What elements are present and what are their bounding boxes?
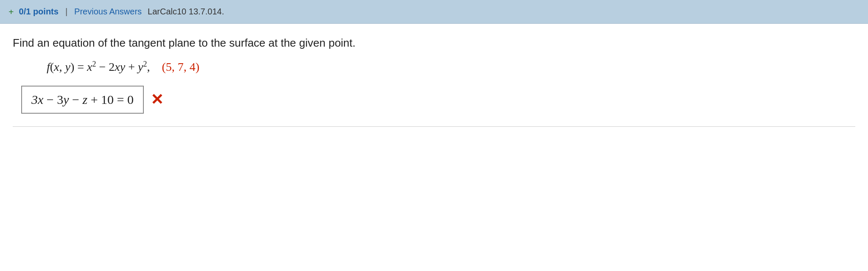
answer-box: 3x − 3y − z + 10 = 0 xyxy=(21,86,144,114)
header-bar: + 0/1 points | Previous Answers LarCalc1… xyxy=(0,0,868,24)
previous-answers-label: Previous Answers xyxy=(74,7,142,17)
plus-icon: + xyxy=(8,6,14,17)
main-content: Find an equation of the tangent plane to… xyxy=(0,24,868,135)
incorrect-mark: ✕ xyxy=(151,91,163,109)
answer-row: 3x − 3y − z + 10 = 0 ✕ xyxy=(13,86,855,114)
points-label: 0/1 points xyxy=(19,7,59,17)
bottom-divider xyxy=(13,126,855,127)
math-function: f(x, y) = x2 − 2xy + y2, (5, 7, 4) xyxy=(13,60,855,74)
divider: | xyxy=(65,7,67,17)
course-ref: LarCalc10 13.7.014. xyxy=(148,7,224,17)
question-text: Find an equation of the tangent plane to… xyxy=(13,36,855,50)
